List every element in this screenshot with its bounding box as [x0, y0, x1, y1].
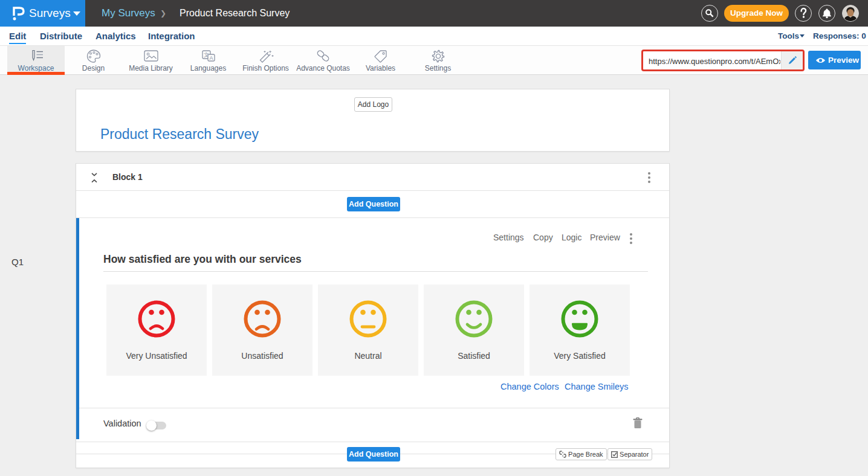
svg-text:A: A [209, 55, 213, 61]
